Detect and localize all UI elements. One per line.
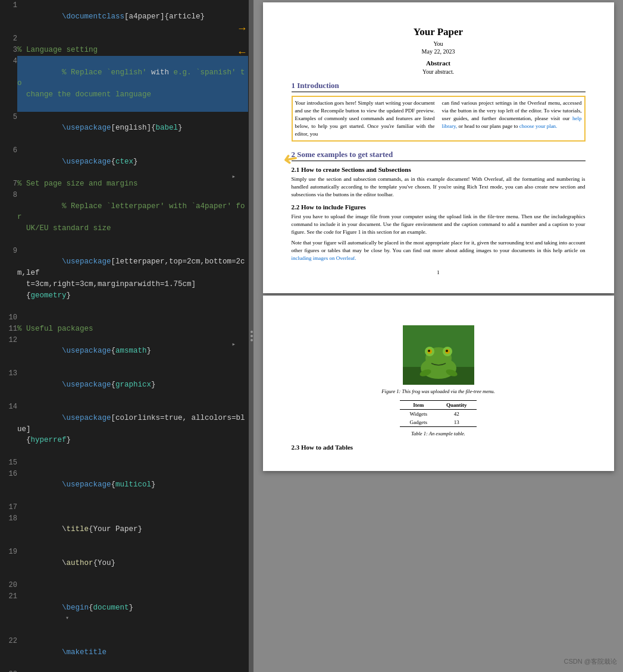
line-row: 23 [1,669,248,672]
pdf-page-1: Your Paper You May 22, 2023 Abstract You… [263,2,614,293]
abstract-text: Your abstract. [292,69,586,75]
intro-two-col: Your introduction goes here! Simply star… [295,99,582,138]
table-row: Gadgets 13 [400,418,476,427]
section-1-heading: 1 Introduction [292,81,586,92]
page-number-1: 1 [292,269,586,275]
line-row: 8 % Replace `letterpaper' with `a4paper'… [1,190,248,246]
svg-point-8 [428,350,430,352]
pdf-page-2: Figure 1: This frog was uploaded via the… [263,296,614,471]
line-row: 12 \usepackage{amsmath} [1,335,248,368]
code-editor[interactable]: → ← 1 \documentclass[a4paper]{article} 2… [0,0,250,672]
section-2-1-heading: 2.1 How to create Sections and Subsectio… [292,166,586,173]
section-2-heading: 2 Some examples to get started [292,150,586,161]
line-row: 2 [1,33,248,45]
line-row: 13 \usepackage{graphicx} [1,368,248,401]
section-2-2-text2: Note that your figure will automatically… [292,239,586,262]
arrow-left-icon[interactable]: ← [236,46,249,58]
table-row: Widgets 42 [400,409,476,418]
frog-image [403,325,474,385]
pdf-preview: Your Paper You May 22, 2023 Abstract You… [253,0,623,672]
table-col-item: Item [400,400,437,409]
frog-svg [403,325,474,385]
section-2-3-heading: 2.3 How to add Tables [292,444,586,451]
table-cell-gadgets: Gadgets [400,418,437,427]
svg-point-9 [446,350,448,352]
fold-arrow[interactable]: ▸ [231,172,236,180]
paper-date: May 22, 2023 [292,48,586,55]
line-row: 6 \usepackage{ctex} [1,145,248,178]
table-cell-widgets: Widgets [400,409,437,418]
code-lines: 1 \documentclass[a4paper]{article} 2 3 %… [0,0,249,672]
line-row: 14 \usepackage[colorlinks=true, allcolor… [1,401,248,457]
intro-col-1: Your introduction goes here! Simply star… [295,99,435,138]
help-library-link[interactable]: help library, [442,115,582,129]
figure-1: Figure 1: This frog was uploaded via the… [292,325,586,394]
figure-1-caption: Figure 1: This frog was uploaded via the… [292,388,586,394]
line-row: 18 \title{Your Paper} [1,513,248,547]
section-2-2-text1: First you have to upload the image file … [292,213,586,236]
line-row: 21 \begin{document} ▾ [1,591,248,636]
intro-highlight-box: Your introduction goes here! Simply star… [292,96,586,142]
paper-title: Your Paper [292,26,586,38]
section-2-2-heading: 2.2 How to include Figures [292,203,586,211]
line-row: 3 % Language setting [1,45,248,56]
abstract-heading: Abstract [292,59,586,67]
line-row: 1 \documentclass[a4paper]{article} [1,0,248,33]
images-link[interactable]: including images on Overleaf. [292,255,356,261]
line-row-highlighted: 4 % Replace `english' with e.g. `spanish… [1,56,248,112]
line-row: 7 % Set page size and margins [1,178,248,190]
line-row: 19 \author{You} [1,547,248,580]
choose-plan-link[interactable]: choose your plan. [519,123,558,129]
line-row: 9 \usepackage[letterpaper,top=2cm,bottom… [1,246,248,313]
intro-section-wrapper: 1 Introduction Your introduction goes he… [292,81,586,142]
line-row: 17 [1,502,248,513]
intro-col-2: can find various project settings in the… [442,99,582,138]
section-2-1-text: Simply use the section and subsection co… [292,175,586,199]
table-col-quantity: Quantity [437,400,477,409]
line-row: 15 [1,457,248,469]
table-cell-gadgets-val: 13 [437,418,477,427]
example-table: Item Quantity Widgets 42 Gadgets 13 [400,400,476,427]
arrow-right-icon[interactable]: → [236,23,249,34]
line-row: 5 \usepackage[english]{babel} [1,112,248,145]
paper-author: You [292,40,586,47]
line-row: 11 % Useful packages [1,324,248,335]
line-row: 10 [1,312,248,324]
line-row: 22 \maketitle [1,636,248,669]
line-row: 20 [1,580,248,591]
table-cell-widgets-val: 42 [437,409,477,418]
fold-arrow-2[interactable]: ▸ [231,340,236,348]
table-1-caption: Table 1: An example table. [292,431,586,437]
line-row: 16 \usepackage{multicol} [1,469,248,502]
